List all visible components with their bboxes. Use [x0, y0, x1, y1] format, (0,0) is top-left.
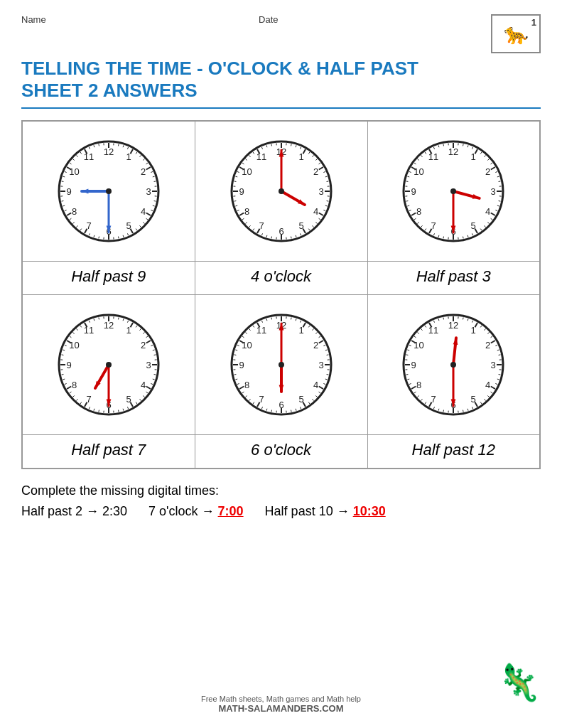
svg-text:3: 3 — [318, 186, 323, 197]
svg-text:4: 4 — [141, 380, 146, 390]
svg-text:4: 4 — [485, 206, 490, 217]
clock-cell-0: 121234567891011 — [22, 121, 195, 262]
svg-line-14 — [153, 181, 156, 182]
svg-text:10: 10 — [69, 340, 79, 350]
svg-line-159 — [463, 144, 464, 146]
clock-cell-3: 121234567891011 — [22, 295, 195, 435]
svg-line-215 — [443, 144, 444, 146]
svg-line-423 — [443, 410, 444, 412]
svg-line-204 — [406, 181, 409, 182]
svg-text:11: 11 — [428, 151, 438, 162]
clock-label-4: 6 o'clock — [195, 435, 367, 469]
svg-text:1: 1 — [471, 151, 476, 162]
svg-text:9: 9 — [66, 360, 71, 370]
digital-item-3: Half past 10 → 10:30 — [265, 504, 386, 519]
svg-line-360 — [234, 355, 236, 355]
svg-line-48 — [61, 181, 63, 182]
svg-text:5: 5 — [126, 394, 131, 405]
complete-section: Complete the missing digital times: Half… — [21, 483, 541, 519]
svg-text:10: 10 — [242, 166, 252, 177]
svg-text:5: 5 — [471, 394, 476, 405]
svg-line-189 — [443, 237, 444, 239]
page-title: TELLING THE TIME - O'CLOCK & HALF PAST S… — [21, 58, 541, 102]
svg-point-311 — [106, 362, 112, 368]
svg-point-155 — [279, 188, 284, 194]
clock-grid: 121234567891011 121234567891011 12123456… — [21, 120, 541, 469]
svg-text:10: 10 — [69, 166, 79, 177]
clock-cell-2: 121234567891011 — [367, 121, 540, 262]
footer-text: Free Math sheets, Math games and Math he… — [201, 695, 361, 703]
svg-text:11: 11 — [84, 151, 94, 162]
svg-text:8: 8 — [244, 206, 249, 217]
svg-text:4: 4 — [313, 380, 318, 390]
svg-text:7: 7 — [86, 220, 91, 231]
svg-text:11: 11 — [84, 325, 94, 336]
svg-line-18 — [153, 201, 156, 202]
svg-text:9: 9 — [411, 186, 416, 197]
clock-label-1: 4 o'clock — [195, 262, 367, 295]
svg-line-419 — [463, 410, 464, 412]
svg-text:6: 6 — [279, 400, 283, 410]
svg-line-438 — [406, 355, 409, 355]
date-label: Date — [46, 14, 491, 25]
svg-text:12: 12 — [104, 320, 114, 331]
svg-line-200 — [406, 201, 409, 202]
svg-line-315 — [291, 318, 291, 320]
svg-point-467 — [450, 362, 456, 368]
svg-point-389 — [279, 362, 284, 368]
svg-text:2: 2 — [141, 340, 146, 350]
svg-text:1: 1 — [126, 325, 131, 336]
svg-text:1: 1 — [298, 325, 303, 336]
svg-line-404 — [499, 355, 501, 355]
svg-text:10: 10 — [414, 166, 424, 177]
svg-text:12: 12 — [448, 146, 458, 157]
svg-line-96 — [326, 201, 328, 202]
svg-text:2: 2 — [485, 340, 490, 350]
svg-text:3: 3 — [146, 186, 151, 197]
svg-text:9: 9 — [239, 360, 244, 370]
svg-text:1: 1 — [126, 151, 131, 162]
svg-text:7: 7 — [431, 394, 436, 405]
svg-line-170 — [499, 181, 501, 182]
svg-line-237 — [118, 318, 119, 320]
svg-line-185 — [463, 237, 464, 239]
answer-7oclock: 7:00 — [218, 504, 244, 518]
svg-text:5: 5 — [298, 220, 303, 231]
clock-label-5: Half past 12 — [367, 435, 540, 469]
clock-cell-5: 121234567891011 — [367, 295, 540, 435]
svg-line-111 — [271, 237, 271, 239]
svg-text:8: 8 — [416, 206, 421, 217]
svg-line-326 — [326, 355, 328, 355]
svg-text:3: 3 — [146, 360, 151, 370]
logo-box: 🐆 1 — [491, 14, 541, 53]
svg-line-81 — [291, 144, 291, 146]
svg-text:11: 11 — [428, 325, 438, 336]
svg-line-408 — [499, 375, 501, 375]
svg-line-449 — [443, 318, 444, 320]
svg-text:7: 7 — [259, 220, 264, 231]
svg-text:4: 4 — [141, 206, 146, 217]
svg-text:7: 7 — [431, 220, 436, 231]
digital-answers-row: Half past 2 → 2:30 7 o'clock → 7:00 Half… — [21, 504, 541, 519]
digital-item-1: Half past 2 → 2:30 — [21, 504, 127, 519]
clock-label-0: Half past 9 — [22, 262, 195, 295]
svg-line-248 — [153, 355, 156, 355]
digital-item-2: 7 o'clock → 7:00 — [148, 504, 244, 519]
svg-line-263 — [118, 410, 119, 412]
svg-line-282 — [61, 355, 63, 355]
svg-text:4: 4 — [313, 206, 318, 217]
clock-cell-1: 121234567891011 — [195, 121, 367, 262]
svg-text:10: 10 — [242, 340, 252, 350]
svg-text:5: 5 — [471, 220, 476, 231]
svg-line-44 — [61, 201, 63, 202]
svg-text:2: 2 — [313, 340, 318, 350]
svg-text:1: 1 — [298, 151, 303, 162]
svg-line-174 — [499, 201, 501, 202]
cheetah-icon: 🐆 — [504, 22, 529, 46]
clock-label-3: Half past 7 — [22, 435, 195, 469]
clock-label-2: Half past 3 — [367, 262, 540, 295]
svg-point-233 — [450, 188, 456, 194]
footer-site: MATH-SALAMANDERS.COM — [201, 703, 361, 714]
svg-line-126 — [234, 181, 236, 182]
svg-line-267 — [99, 410, 99, 412]
